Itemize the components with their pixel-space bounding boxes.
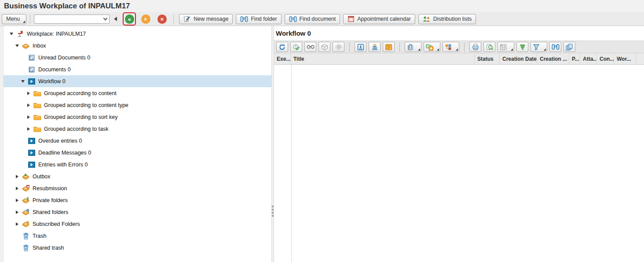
- chevron-right-icon[interactable]: [14, 210, 20, 214]
- collapse-left-icon[interactable]: [114, 17, 117, 21]
- command-input[interactable]: [34, 15, 101, 23]
- command-combobox[interactable]: [34, 15, 110, 24]
- chevron-right-icon[interactable]: [14, 222, 20, 226]
- page-title: Business Workplace of INPAULM17: [4, 2, 130, 11]
- create-button[interactable]: [424, 42, 440, 52]
- cancel-button[interactable]: ×: [157, 14, 167, 24]
- attach-button[interactable]: [405, 42, 421, 52]
- back-icon: «: [125, 15, 134, 24]
- print-button[interactable]: [469, 42, 481, 52]
- chevron-down-icon[interactable]: [8, 33, 15, 35]
- column-header[interactable]: Title: [291, 53, 475, 64]
- back-button[interactable]: «: [124, 14, 135, 24]
- cube-dotted-button[interactable]: [333, 42, 344, 52]
- priority-button[interactable]: [369, 42, 381, 52]
- cube-button[interactable]: [318, 42, 330, 52]
- splitter-grip-icon[interactable]: [272, 206, 274, 217]
- create-icon: [426, 44, 433, 51]
- chevron-down-icon[interactable]: [19, 80, 26, 83]
- new-message-button[interactable]: New message: [179, 14, 233, 24]
- workflow-icon: [28, 161, 35, 168]
- find-folder-icon: [240, 16, 248, 22]
- preview-button[interactable]: [483, 42, 495, 52]
- chevron-right-icon[interactable]: [25, 115, 32, 119]
- tree-item[interactable]: Grouped according to content: [4, 87, 271, 99]
- tree-item[interactable]: Documents 0: [4, 63, 271, 75]
- tree-item-icon-wrap: [16, 30, 24, 37]
- tree-item[interactable]: Subscribed Folders: [4, 218, 271, 230]
- execute-button[interactable]: [290, 42, 302, 52]
- tree-item[interactable]: Grouped according to task: [4, 123, 271, 135]
- tree-item[interactable]: Inbox: [4, 40, 271, 52]
- chevron-right-icon[interactable]: [25, 103, 32, 107]
- chevron-down-icon[interactable]: [14, 44, 20, 47]
- tree-item[interactable]: Unread Documents 0: [4, 52, 271, 63]
- tree-item-label: Unread Documents 0: [38, 55, 90, 61]
- tree-item-icon-wrap: [27, 78, 36, 85]
- tree-item[interactable]: Workplace: INPAULM17: [4, 28, 271, 40]
- chevron-right-icon[interactable]: [14, 199, 20, 202]
- menu-button-label: Menu: [6, 16, 20, 22]
- column-header[interactable]: Status: [475, 53, 500, 64]
- chevron-right-icon[interactable]: [25, 127, 32, 131]
- chevron-right-icon[interactable]: [25, 92, 32, 95]
- binoculars-button[interactable]: [549, 42, 561, 52]
- table-header: Exe...TitleStatusCreation DateCreation .…: [274, 53, 644, 65]
- panel-title: Workflow 0: [276, 30, 311, 37]
- app-toolbar-buttons: New messageFind folderFind documentAppoi…: [179, 14, 476, 24]
- tree-item-icon-wrap: [27, 161, 36, 168]
- tree-item[interactable]: Entries with Errors 0: [4, 159, 271, 170]
- layers-button[interactable]: [564, 42, 575, 52]
- refresh-button[interactable]: [276, 42, 288, 52]
- menu-button[interactable]: Menu: [2, 14, 26, 24]
- table-view-button[interactable]: [498, 42, 514, 52]
- forward-button[interactable]: [355, 42, 366, 52]
- tree-item[interactable]: Overdue entries 0: [4, 135, 271, 147]
- column-header[interactable]: Wor...: [614, 53, 636, 64]
- resubmission-icon: [22, 185, 30, 192]
- chevron-right-icon[interactable]: [14, 187, 20, 190]
- left-gutter: [0, 26, 4, 262]
- tree-item[interactable]: Shared trash: [4, 242, 271, 254]
- tree-item[interactable]: Resubmission: [4, 182, 271, 194]
- exit-button[interactable]: «: [140, 14, 151, 24]
- tree-item[interactable]: Shared folders: [4, 206, 271, 218]
- tree-item[interactable]: Grouped according to sort key: [4, 111, 271, 123]
- column-header[interactable]: Exe...: [274, 53, 291, 64]
- chevron-down-icon[interactable]: [101, 15, 109, 23]
- column-header[interactable]: Creation Date: [500, 53, 537, 64]
- tree-item-icon-wrap: [33, 114, 41, 120]
- filter-button[interactable]: [531, 42, 547, 52]
- tree-item-label: Grouped according to sort key: [44, 114, 117, 120]
- tree-item-label: Trash: [33, 233, 47, 239]
- tree-item[interactable]: Outbox: [4, 170, 271, 182]
- glasses-button[interactable]: [304, 42, 316, 52]
- find-folder-button[interactable]: Find folder: [236, 14, 281, 24]
- find-document-button[interactable]: Find document: [285, 14, 340, 24]
- tree-item-icon-wrap: [33, 102, 41, 108]
- workflow-icon: [28, 137, 35, 144]
- tree-item-label: Private folders: [33, 197, 68, 203]
- new-message-icon: [183, 15, 191, 22]
- refresh-icon: [278, 44, 286, 51]
- chevron-right-icon[interactable]: [14, 175, 20, 178]
- tree-item[interactable]: Workflow 0: [4, 75, 271, 87]
- distribution-lists-button[interactable]: Distribution lists: [418, 14, 476, 24]
- tree-item[interactable]: Deadline Messages 0: [4, 147, 271, 159]
- tree-item[interactable]: Grouped according to content type: [4, 99, 271, 111]
- tree-item-icon-wrap: [22, 185, 30, 192]
- sort-button[interactable]: [516, 42, 528, 52]
- tree-item-icon-wrap: [22, 244, 30, 251]
- print-icon: [472, 44, 479, 51]
- column-header[interactable]: Atta...: [580, 53, 597, 64]
- log-button[interactable]: [383, 42, 395, 52]
- tree-item[interactable]: Trash: [4, 230, 271, 242]
- exit-glyph: «: [143, 17, 149, 20]
- trash-icon: [23, 244, 29, 251]
- blocks-button[interactable]: [443, 42, 459, 52]
- tree-item[interactable]: Private folders: [4, 194, 271, 206]
- appointment-calendar-button[interactable]: Appointment calendar: [343, 14, 415, 24]
- column-header[interactable]: Con...: [597, 53, 614, 64]
- column-header[interactable]: P...: [569, 53, 580, 64]
- column-header[interactable]: Creation ...: [537, 53, 569, 64]
